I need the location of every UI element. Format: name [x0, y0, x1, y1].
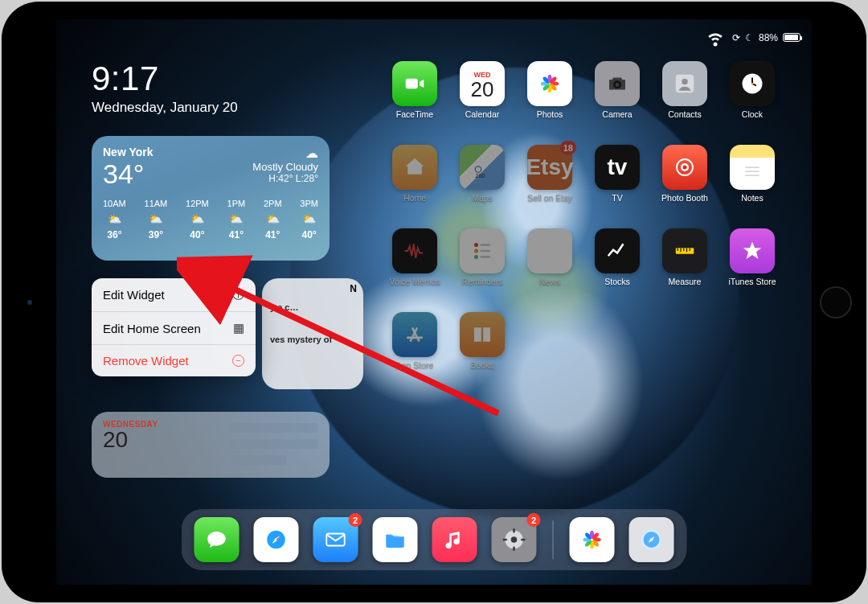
dock-safari[interactable] — [254, 517, 299, 562]
dock-music[interactable] — [432, 517, 477, 562]
dnd-icon: ☾ — [745, 32, 754, 43]
hour-temp: 39° — [149, 229, 163, 240]
menu-edit-widget[interactable]: Edit Widget ⓘ — [92, 278, 256, 312]
app-photo-booth[interactable]: Photo Booth — [651, 145, 719, 228]
wifi-icon — [703, 24, 727, 51]
news-widget[interactable]: N y a c… ves mystery of — [262, 278, 363, 389]
app-label: Sell on Etsy — [527, 193, 571, 203]
svg-point-22 — [683, 166, 687, 170]
dock: 2 2 — [182, 509, 687, 570]
weather-condition: Mostly Cloudy — [252, 161, 318, 173]
dock-recent-photos[interactable] — [570, 517, 615, 562]
app-etsy[interactable]: Etsy18Sell on Etsy — [516, 145, 583, 228]
app-calendar[interactable]: WED20Calendar — [448, 61, 516, 145]
svg-point-28 — [474, 255, 478, 259]
hour-label: 1PM — [227, 199, 246, 208]
app-label: Photo Booth — [661, 193, 708, 203]
news-glyph: N — [542, 238, 558, 264]
svg-point-27 — [474, 249, 478, 253]
partly-cloudy-icon: ⛅ — [190, 212, 204, 225]
app-measure[interactable]: Measure — [651, 228, 719, 312]
weather-widget[interactable]: New York 34° ☁ Mostly Cloudy H:42° L:28°… — [92, 136, 330, 261]
svg-point-17 — [751, 83, 754, 85]
hourly-forecast: 10AM⛅36° 11AM⛅39° 12PM⛅40° 1PM⛅41° 2PM⛅4… — [103, 199, 318, 240]
app-tv[interactable]: tvTV — [583, 145, 651, 228]
app-clock[interactable]: Clock — [719, 61, 786, 145]
app-maps[interactable]: 280Maps — [448, 145, 516, 228]
dock-settings[interactable]: 2 — [492, 517, 537, 562]
app-label: Measure — [669, 277, 702, 286]
orientation-lock-icon: ⟳ — [732, 32, 740, 43]
status-bar: ⟳ ☾ 88% — [703, 24, 800, 51]
app-label: iTunes Store — [728, 277, 776, 286]
menu-label: Remove Widget — [103, 354, 189, 368]
app-label: Camera — [602, 109, 632, 119]
dock-files[interactable] — [373, 517, 418, 562]
app-label: News — [539, 277, 560, 286]
dock-mail[interactable]: 2 — [313, 517, 358, 562]
svg-rect-40 — [326, 534, 345, 546]
app-label: Contacts — [668, 109, 701, 119]
hour-label: 3PM — [300, 199, 318, 208]
info-icon: ⓘ — [232, 287, 244, 302]
app-app-store[interactable]: App Store — [381, 312, 448, 396]
screen: ⟳ ☾ 88% 9:17 Wednesday, January 20 New Y… — [56, 19, 812, 585]
app-reminders[interactable]: Reminders — [448, 228, 516, 312]
app-label: Stocks — [604, 277, 630, 286]
notification-badge: 18 — [560, 141, 576, 154]
app-label: Voice Memos — [389, 277, 440, 286]
partly-cloudy-icon: ⛅ — [266, 212, 280, 225]
app-facetime[interactable]: FaceTime — [381, 61, 448, 145]
apps-icon: ▦ — [233, 321, 244, 335]
news-headline: y a c… — [270, 302, 355, 312]
app-camera[interactable]: Camera — [583, 61, 651, 145]
app-notes[interactable]: Notes — [719, 145, 786, 228]
app-label: Notes — [741, 193, 763, 203]
partly-cloudy-icon: ⛅ — [302, 212, 316, 225]
app-label: Books — [470, 360, 493, 370]
app-contacts[interactable]: Contacts — [651, 61, 719, 145]
svg-point-11 — [616, 83, 620, 87]
home-button[interactable] — [820, 286, 852, 318]
date: Wednesday, January 20 — [92, 100, 238, 116]
app-label: TV — [612, 193, 622, 203]
calendar-widget[interactable]: WEDNESDAY 20 — [92, 412, 330, 478]
hour-temp: 36° — [107, 229, 121, 240]
partly-cloudy-icon: ⛅ — [149, 212, 162, 225]
hour-temp: 41° — [229, 229, 244, 240]
app-label: Home — [403, 193, 426, 203]
battery-icon — [783, 33, 800, 42]
dock-divider — [553, 520, 554, 559]
partly-cloudy-icon: ⛅ — [229, 212, 243, 225]
menu-remove-widget[interactable]: Remove Widget − — [92, 345, 256, 376]
dock-recent-safari[interactable] — [629, 517, 674, 562]
minus-circle-icon: − — [232, 355, 244, 367]
svg-rect-46 — [521, 539, 525, 541]
ipad-frame: ⟳ ☾ 88% 9:17 Wednesday, January 20 New Y… — [2, 2, 866, 602]
app-photos[interactable]: Photos — [516, 61, 583, 145]
menu-label: Edit Widget — [103, 288, 165, 302]
hour-temp: 40° — [190, 229, 204, 240]
svg-rect-45 — [503, 539, 507, 541]
app-stocks[interactable]: Stocks — [583, 228, 651, 312]
app-books[interactable]: Books — [448, 312, 516, 396]
dock-messages[interactable] — [194, 517, 240, 562]
weather-temp: 34° — [103, 160, 154, 187]
weather-location: New York — [103, 146, 154, 158]
app-itunes-store[interactable]: iTunes Store — [719, 228, 786, 312]
app-home[interactable]: Home — [381, 145, 448, 228]
news-headline: ves mystery of — [270, 335, 355, 344]
tv-text: tv — [608, 154, 628, 180]
app-label: Maps — [472, 193, 493, 203]
svg-point-13 — [682, 79, 688, 85]
svg-rect-0 — [406, 79, 418, 89]
time: 9:17 — [92, 60, 238, 98]
front-camera — [27, 300, 32, 305]
app-voice-memos[interactable]: Voice Memos — [381, 228, 448, 312]
svg-point-42 — [511, 536, 518, 543]
app-label: FaceTime — [396, 109, 433, 119]
hour-label: 10AM — [103, 199, 126, 208]
hour-label: 2PM — [264, 199, 282, 208]
menu-edit-home-screen[interactable]: Edit Home Screen ▦ — [92, 312, 256, 345]
app-news[interactable]: NNews — [516, 228, 583, 312]
